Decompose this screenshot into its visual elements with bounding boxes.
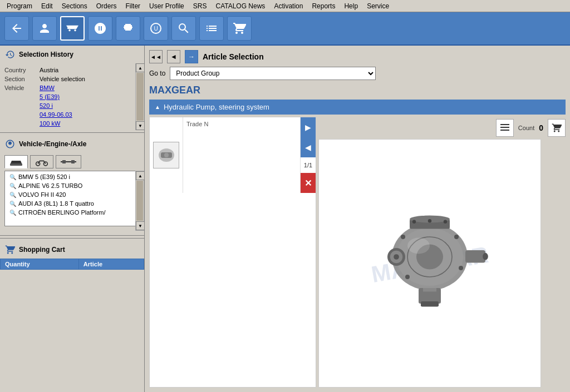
side-nav-buttons: ▶ ◀ 1/1 ✕: [300, 117, 316, 193]
product-info-area: Trade N: [183, 117, 300, 193]
goto-select[interactable]: Product Group: [170, 67, 376, 80]
toolbar-parts-btn[interactable]: [88, 16, 112, 41]
selection-info: Country Austria Section Vehicle selectio…: [0, 63, 135, 130]
vehicle-list-item[interactable]: 🔍 BMW 5 (E39) 520 i: [9, 172, 131, 181]
vehicle-engine-header: Vehicle-/Engine-/Axle: [0, 135, 144, 153]
cart-table: Quantity Article: [0, 259, 144, 270]
search-icon-1: 🔍: [9, 174, 16, 180]
menu-activation[interactable]: Activation: [269, 1, 307, 11]
vehicle-list-item[interactable]: 🔍 VOLVO FH II 420: [9, 190, 131, 199]
svg-rect-13: [500, 130, 509, 131]
search-icon-5: 🔍: [9, 210, 16, 216]
power-value[interactable]: 100 kW: [40, 120, 60, 127]
svg-rect-23: [465, 250, 485, 262]
close-product-btn[interactable]: ✕: [301, 173, 316, 193]
power-label: [4, 120, 35, 127]
toolbar: U: [0, 12, 570, 46]
product-left-panel: Trade N ▶ ◀ 1/1 ✕: [149, 117, 316, 388]
toolbar-badge-btn[interactable]: U: [144, 16, 168, 41]
model-value[interactable]: 5 (E39): [40, 93, 60, 100]
menu-help[interactable]: Help: [340, 1, 362, 11]
vehicle-list-item[interactable]: 🔍 ALPINE V6 2.5 TURBO: [9, 181, 131, 190]
menu-sections[interactable]: Sections: [57, 1, 92, 11]
vehicle-engine-title: Vehicle-/Engine-/Axle: [19, 140, 86, 148]
svg-rect-12: [500, 127, 509, 128]
scroll-down-arrow[interactable]: ▼: [136, 121, 145, 130]
cart-icon: [4, 244, 16, 255]
pagination-display: 1/1: [301, 157, 316, 173]
add-to-cart-btn[interactable]: [548, 119, 566, 137]
divider-2: [0, 235, 144, 236]
tab-axle[interactable]: [56, 155, 81, 168]
article-selection-title: Article Selection: [203, 52, 264, 61]
selection-history-title: Selection History: [19, 51, 73, 58]
tab-car[interactable]: [4, 155, 28, 168]
scroll-up-arrow[interactable]: ▲: [136, 63, 145, 72]
vehicle-scroll-up[interactable]: ▲: [136, 171, 145, 180]
date-value[interactable]: 04.99-06.03: [40, 111, 72, 118]
toolbar-new-btn[interactable]: [4, 16, 29, 41]
svg-point-36: [407, 237, 430, 254]
search-icon-4: 🔍: [9, 201, 16, 207]
toolbar-search-btn[interactable]: [171, 16, 196, 41]
image-count-area: Count 0 MAXGEAR ®: [318, 117, 566, 388]
svg-rect-2: [10, 163, 22, 166]
svg-rect-37: [423, 288, 436, 291]
divider-1: [0, 132, 144, 133]
product-thumbnail: [150, 117, 183, 193]
toolbar-cart-btn[interactable]: [227, 16, 252, 41]
section-value: Vehicle selection: [40, 76, 85, 82]
shopping-cart-title: Shopping Cart: [19, 246, 65, 254]
menu-srs[interactable]: SRS: [189, 1, 212, 11]
vehicle-item-label[interactable]: CITROËN BERLINGO Platform/: [18, 209, 105, 216]
nav-left-btn[interactable]: ◀: [301, 137, 316, 157]
product-top-row: Trade N ▶ ◀ 1/1 ✕: [150, 117, 316, 193]
vehicle-value[interactable]: BMW: [40, 85, 55, 91]
history-icon: [4, 49, 16, 60]
count-label: Count: [518, 125, 534, 131]
menu-edit[interactable]: Edit: [37, 1, 57, 11]
nav-right-btn[interactable]: ▶: [301, 117, 316, 137]
svg-point-32: [401, 235, 405, 239]
brand-name: MAXGEAR: [149, 85, 566, 96]
vehicle-item-label[interactable]: BMW 5 (E39) 520 i: [18, 173, 70, 180]
svg-point-21: [444, 220, 447, 223]
menu-service[interactable]: Service: [362, 1, 394, 11]
collapse-arrow-icon[interactable]: ▲: [155, 104, 160, 110]
menu-reports[interactable]: Reports: [307, 1, 340, 11]
toolbar-list-btn[interactable]: [199, 16, 224, 41]
vehicle-item-label[interactable]: ALPINE V6 2.5 TURBO: [18, 182, 82, 189]
nav-back-btn[interactable]: ◄: [167, 50, 180, 63]
svg-point-33: [454, 235, 459, 239]
list-view-btn[interactable]: [496, 119, 514, 137]
toolbar-engine-btn[interactable]: [116, 16, 140, 41]
toolbar-car-btn[interactable]: [60, 16, 85, 41]
nav-back-back-btn[interactable]: ◄◄: [149, 50, 163, 63]
variant-value[interactable]: 520 i: [40, 102, 53, 109]
vehicle-item-label[interactable]: AUDI A3 (8L1) 1.8 T quattro: [18, 200, 94, 207]
vehicle-item-label[interactable]: VOLVO FH II 420: [18, 191, 66, 198]
variant-label: [4, 102, 35, 109]
goto-row: Go to Product Group: [149, 67, 566, 80]
product-content-wrapper: Trade N ▶ ◀ 1/1 ✕: [149, 117, 566, 388]
shopping-cart-header: Shopping Cart: [0, 241, 144, 259]
vehicle-list-item[interactable]: 🔍 CITROËN BERLINGO Platform/: [9, 208, 131, 217]
menu-filter[interactable]: Filter: [121, 1, 145, 11]
toolbar-user-btn[interactable]: [32, 16, 57, 41]
menu-orders[interactable]: Orders: [92, 1, 121, 11]
menu-catalog-news[interactable]: CATALOG News: [211, 1, 269, 11]
model-label: [4, 93, 35, 100]
selection-history-header: Selection History: [0, 46, 144, 63]
menu-user-profile[interactable]: User Profile: [145, 1, 189, 11]
product-group-label: Hydraulic Pump, steering system: [164, 103, 269, 111]
vehicle-scroll-down[interactable]: ▼: [136, 221, 145, 230]
svg-text:U: U: [154, 26, 158, 32]
vehicle-list-item[interactable]: 🔍 AUDI A3 (8L1) 1.8 T quattro: [9, 199, 131, 208]
tab-moto[interactable]: [30, 155, 53, 168]
svg-point-34: [459, 266, 463, 270]
country-row: Country Austria: [4, 66, 131, 75]
nav-forward-btn[interactable]: →: [185, 50, 198, 63]
article-header: ◄◄ ◄ → Article Selection: [149, 50, 566, 63]
menu-program[interactable]: Program: [2, 1, 37, 11]
country-value: Austria: [40, 67, 58, 73]
